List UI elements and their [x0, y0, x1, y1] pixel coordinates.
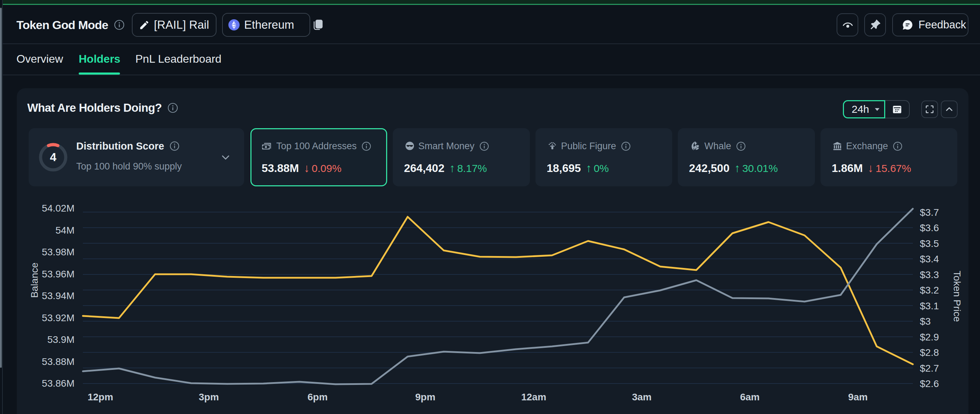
- svg-text:9pm: 9pm: [415, 392, 436, 403]
- svg-text:53.92M: 53.92M: [42, 312, 75, 323]
- svg-text:Balance: Balance: [29, 262, 40, 298]
- svg-text:$3.5: $3.5: [920, 238, 939, 249]
- svg-text:$3.3: $3.3: [920, 269, 939, 280]
- svg-text:$3: $3: [920, 316, 931, 327]
- svg-text:3pm: 3pm: [199, 392, 219, 403]
- svg-text:12pm: 12pm: [88, 392, 113, 403]
- svg-text:$2.8: $2.8: [920, 347, 939, 358]
- svg-text:53.94M: 53.94M: [42, 290, 75, 301]
- svg-text:$3.2: $3.2: [920, 285, 939, 296]
- svg-text:53.98M: 53.98M: [42, 246, 75, 257]
- svg-text:$3.6: $3.6: [920, 222, 939, 233]
- svg-text:$2.7: $2.7: [920, 363, 939, 374]
- svg-text:$3.7: $3.7: [920, 207, 939, 218]
- svg-text:53.96M: 53.96M: [42, 269, 75, 280]
- svg-text:$2.6: $2.6: [920, 378, 939, 389]
- svg-text:$3.4: $3.4: [920, 254, 939, 264]
- svg-text:$3.1: $3.1: [920, 301, 939, 312]
- svg-text:$2.9: $2.9: [920, 332, 939, 342]
- svg-text:3am: 3am: [632, 392, 652, 403]
- svg-text:53.9M: 53.9M: [47, 334, 75, 345]
- svg-text:54M: 54M: [56, 225, 75, 236]
- svg-text:53.88M: 53.88M: [42, 356, 75, 367]
- svg-text:6am: 6am: [740, 392, 760, 403]
- svg-text:Token Price: Token Price: [952, 271, 963, 322]
- svg-text:9am: 9am: [848, 392, 868, 403]
- svg-text:54.02M: 54.02M: [42, 203, 75, 214]
- svg-text:6pm: 6pm: [307, 392, 328, 403]
- svg-text:53.86M: 53.86M: [42, 378, 75, 389]
- svg-text:12am: 12am: [521, 392, 546, 403]
